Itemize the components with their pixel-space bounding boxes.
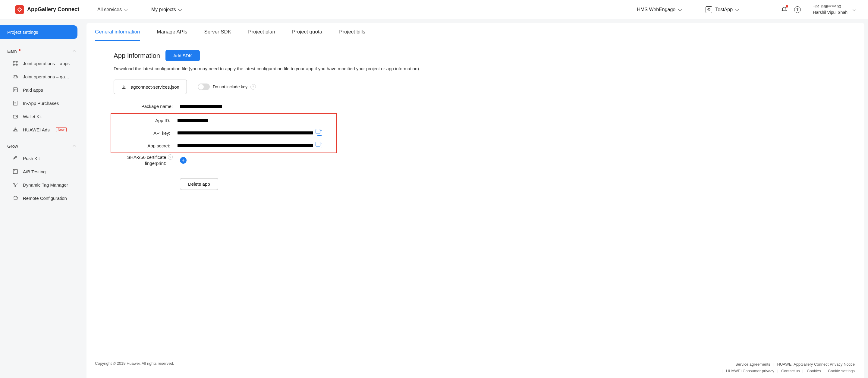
help-button[interactable]: ? [794, 6, 801, 13]
tab-general[interactable]: General information [95, 23, 140, 41]
nodes-icon [12, 60, 19, 67]
chevron-down-icon [678, 7, 682, 11]
svg-point-4 [16, 61, 18, 62]
sidebar-item-joint-games[interactable]: Joint operations – ga… [0, 70, 83, 83]
brand-block[interactable]: AppGallery Connect [15, 5, 79, 14]
download-icon [121, 84, 127, 90]
tab-project-quota[interactable]: Project quota [292, 23, 322, 41]
footer-link[interactable]: HUAWEI AppGallery Connect Privacy Notice [777, 362, 855, 367]
footer-link[interactable]: Service agreements [735, 362, 770, 367]
new-badge: New [56, 127, 67, 132]
label-app-id: App ID: [111, 118, 178, 123]
tag-icon [12, 182, 19, 188]
brand-logo-icon [15, 5, 24, 14]
user-menu[interactable]: +91 966*****90 Harshil Vipul Shah [813, 4, 856, 15]
tab-manage-apis[interactable]: Manage APIs [157, 23, 187, 41]
credentials-highlight: App ID: API key: App secret: [111, 113, 337, 153]
download-config-button[interactable]: agconnect-services.json [114, 80, 187, 94]
user-name: Harshil Vipul Shah [813, 10, 847, 15]
chevron-up-icon [73, 50, 76, 53]
value-package [180, 105, 367, 108]
sidebar-item-ads[interactable]: HUAWEI Ads New [0, 123, 83, 136]
svg-marker-0 [18, 8, 22, 11]
svg-point-6 [16, 64, 18, 65]
android-icon [706, 6, 712, 13]
add-fingerprint-button[interactable]: + [180, 157, 187, 164]
add-sdk-button[interactable]: Add SDK [165, 50, 200, 61]
svg-point-12 [16, 116, 17, 117]
section-title: App information [114, 52, 160, 60]
sidebar-item-dtm[interactable]: Dynamic Tag Manager [0, 178, 83, 191]
notification-dot-icon [786, 5, 788, 7]
chevron-up-icon [73, 145, 76, 148]
help-icon[interactable]: ? [250, 84, 256, 90]
value-app-secret [178, 144, 313, 147]
help-icon[interactable]: ? [168, 154, 173, 160]
footer: Copyright © 2019 Huawei. All rights rese… [87, 356, 864, 378]
chevron-down-icon [852, 7, 857, 11]
app-picker[interactable]: TestApp [706, 6, 739, 13]
wallet-icon [12, 113, 19, 120]
svg-point-5 [13, 64, 14, 65]
svg-point-3 [13, 61, 14, 62]
footer-copyright: Copyright © 2019 Huawei. All rights rese… [95, 361, 174, 366]
user-phone: +91 966*****90 [813, 4, 847, 10]
notifications-button[interactable] [781, 6, 787, 13]
sidebar-item-push[interactable]: Push Kit [0, 152, 83, 165]
flask-icon [12, 168, 19, 175]
nav-my-projects[interactable]: My projects [151, 7, 181, 12]
include-key-toggle[interactable] [198, 84, 210, 90]
footer-link[interactable]: Contact us [781, 369, 800, 373]
sidebar-item-paid-apps[interactable]: Paid apps [0, 83, 83, 96]
footer-link[interactable]: Cookies [807, 369, 821, 373]
sidebar-item-ab-testing[interactable]: A/B Testing [0, 165, 83, 178]
sidebar-item-remote-config[interactable]: Remote Configuration [0, 191, 83, 205]
sidebar-section-grow[interactable]: Grow [0, 139, 83, 152]
main-panel: General information Manage APIs Server S… [87, 23, 864, 378]
footer-link[interactable]: HUAWEI Consumer privacy [726, 369, 774, 373]
tab-server-sdk[interactable]: Server SDK [204, 23, 231, 41]
svg-point-17 [15, 185, 16, 187]
chevron-down-icon [735, 7, 739, 11]
rocket-icon [12, 155, 19, 162]
topbar: AppGallery Connect All services My proje… [0, 0, 868, 19]
gamepad-icon [12, 73, 19, 80]
copy-api-key-button[interactable] [317, 130, 322, 136]
brand-text: AppGallery Connect [27, 6, 79, 13]
sidebar-item-iap[interactable]: In-App Purchases [0, 96, 83, 110]
project-picker[interactable]: HMS WebEngage [637, 7, 681, 12]
chevron-down-icon [124, 7, 128, 11]
cloud-icon [12, 195, 19, 201]
delete-app-button[interactable]: Delete app [180, 178, 218, 190]
tab-project-plan[interactable]: Project plan [248, 23, 275, 41]
value-api-key [178, 131, 313, 134]
svg-rect-14 [13, 169, 18, 174]
sidebar-item-wallet[interactable]: Wallet Kit [0, 110, 83, 123]
label-package: Package name: [114, 104, 180, 109]
section-description: Download the latest configuration file (… [114, 66, 852, 71]
sidebar: Project settings Earn Joint operations –… [0, 19, 83, 378]
sidebar-item-project-settings[interactable]: Project settings [0, 25, 78, 39]
sidebar-section-earn[interactable]: Earn [0, 44, 83, 57]
label-sha: SHA-256 certificate fingerprint: ? [114, 154, 180, 166]
price-icon [12, 87, 19, 93]
receipt-icon [12, 100, 19, 106]
sidebar-item-joint-apps[interactable]: Joint operations – apps [0, 57, 83, 70]
footer-links: Service agreements| HUAWEI AppGallery Co… [720, 361, 856, 374]
label-api-key: API key: [111, 130, 178, 136]
toggle-label: Do not include key [213, 85, 247, 89]
ads-icon [12, 126, 19, 133]
label-app-secret: App secret: [111, 143, 178, 148]
nav-all-services[interactable]: All services [97, 7, 127, 12]
value-app-id [178, 119, 336, 122]
chevron-down-icon [178, 7, 182, 11]
tab-project-bills[interactable]: Project bills [339, 23, 365, 41]
badge-dot-icon [19, 49, 21, 51]
svg-point-8 [16, 76, 17, 77]
footer-link[interactable]: Cookie settings [828, 369, 855, 373]
copy-app-secret-button[interactable] [317, 143, 322, 148]
svg-point-2 [709, 9, 710, 10]
tab-bar: General information Manage APIs Server S… [87, 23, 864, 41]
